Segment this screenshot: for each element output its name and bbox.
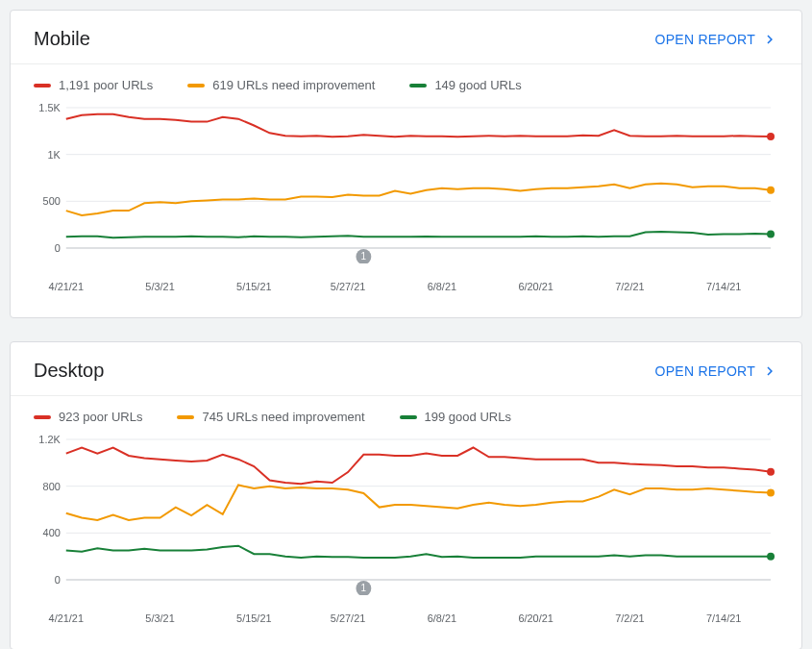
svg-point-9 (767, 187, 775, 194)
desktop-legend: 923 poor URLs 745 URLs need improvement … (11, 396, 801, 432)
svg-point-10 (767, 231, 775, 238)
svg-text:7/14/21: 7/14/21 (706, 281, 741, 292)
svg-text:5/3/21: 5/3/21 (145, 281, 174, 292)
svg-point-8 (767, 133, 775, 140)
svg-text:6/8/21: 6/8/21 (428, 612, 456, 624)
legend-good: 149 good URLs (409, 78, 521, 92)
legend-poor: 1,191 poor URLs (34, 78, 153, 92)
legend-needs: 619 URLs need improvement (187, 78, 375, 92)
chevron-right-icon (761, 31, 778, 48)
svg-text:4/21/21: 4/21/21 (49, 612, 84, 624)
svg-text:5/3/21: 5/3/21 (145, 612, 174, 624)
svg-text:6/20/21: 6/20/21 (518, 612, 553, 624)
svg-text:7/2/21: 7/2/21 (615, 612, 644, 624)
svg-text:400: 400 (43, 527, 61, 538)
svg-text:1: 1 (361, 251, 367, 262)
legend-good: 199 good URLs (400, 410, 511, 424)
svg-text:1.5K: 1.5K (38, 102, 61, 113)
mobile-title: Mobile (34, 28, 90, 50)
mobile-legend: 1,191 poor URLs 619 URLs need improvemen… (11, 64, 801, 100)
legend-needs: 745 URLs need improvement (177, 410, 364, 424)
svg-point-31 (767, 553, 775, 561)
desktop-title: Desktop (34, 360, 104, 382)
svg-text:7/14/21: 7/14/21 (706, 612, 741, 624)
desktop-card: Desktop OPEN REPORT 923 poor URLs 745 UR… (10, 341, 802, 649)
svg-text:6/8/21: 6/8/21 (428, 281, 456, 292)
svg-text:5/15/21: 5/15/21 (236, 612, 271, 624)
open-report-label: OPEN REPORT (655, 32, 755, 47)
svg-text:7/2/21: 7/2/21 (615, 281, 644, 292)
svg-text:0: 0 (55, 574, 61, 586)
svg-text:5/27/21: 5/27/21 (331, 281, 365, 292)
svg-text:1: 1 (361, 583, 367, 593)
open-report-label: OPEN REPORT (655, 363, 755, 379)
chevron-right-icon (761, 362, 778, 380)
legend-poor: 923 poor URLs (34, 410, 142, 424)
mobile-card: Mobile OPEN REPORT 1,191 poor URLs 619 U… (10, 10, 802, 318)
svg-text:5/27/21: 5/27/21 (331, 612, 365, 624)
svg-text:1.2K: 1.2K (38, 434, 61, 445)
open-report-desktop[interactable]: OPEN REPORT (655, 362, 778, 380)
svg-text:5/15/21: 5/15/21 (236, 281, 271, 292)
svg-point-29 (767, 468, 775, 476)
mobile-chart: 05001K1.5K1 (11, 100, 801, 275)
svg-text:500: 500 (43, 195, 61, 207)
svg-text:0: 0 (55, 242, 61, 254)
desktop-xaxis: 4/21/215/3/215/15/215/27/216/8/216/20/21… (11, 607, 801, 649)
open-report-mobile[interactable]: OPEN REPORT (655, 31, 778, 48)
svg-text:4/21/21: 4/21/21 (49, 281, 84, 292)
mobile-xaxis: 4/21/215/3/215/15/215/27/216/8/216/20/21… (11, 275, 801, 317)
svg-text:6/20/21: 6/20/21 (518, 281, 553, 292)
svg-text:1K: 1K (47, 149, 61, 161)
svg-text:800: 800 (43, 481, 61, 492)
desktop-chart: 04008001.2K1 (11, 432, 801, 607)
svg-point-30 (767, 488, 775, 496)
